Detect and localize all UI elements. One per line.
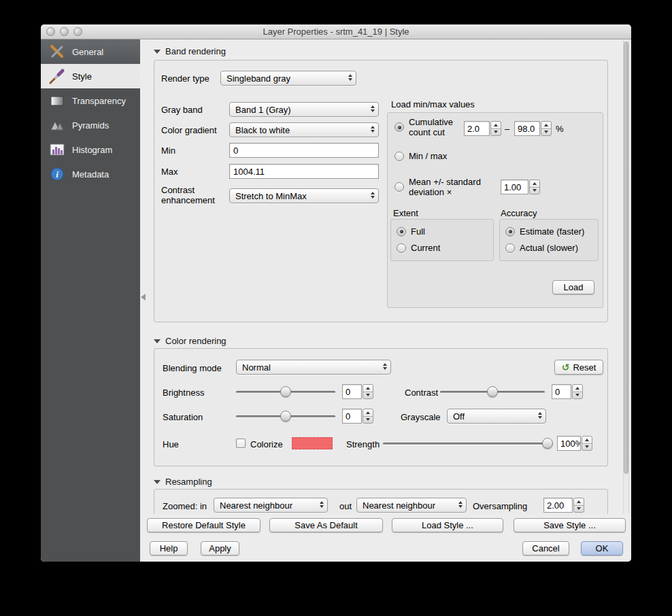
accuracy-estimate-option[interactable]: Estimate (faster) [505,226,584,237]
load-style-button[interactable]: Load Style ... [392,518,503,532]
stepper-buttons[interactable] [490,121,501,136]
min-max-radio[interactable] [394,152,404,161]
saturation-slider[interactable] [236,409,335,424]
zoomed-in-select[interactable]: Nearest neighbour [214,498,328,513]
cumulative-max-spinner[interactable]: 98.0 [514,121,552,136]
strength-value[interactable]: 100% [557,436,581,451]
step-up-icon[interactable] [541,122,551,129]
cumulative-radio[interactable] [394,122,404,132]
accuracy-actual-option[interactable]: Actual (slower) [505,243,578,253]
contrast-value[interactable]: 0 [552,384,571,399]
step-down-icon[interactable] [582,444,592,451]
stddev-multiplier-value[interactable]: 1.00 [501,179,528,194]
sidebar-item-histogram[interactable]: Histogram [41,137,140,162]
stepper-buttons[interactable] [363,384,373,399]
step-down-icon[interactable] [491,129,501,136]
slider-thumb[interactable] [280,386,291,397]
contrast-spinner[interactable]: 0 [552,384,583,399]
cumulative-min-spinner[interactable]: 2.0 [464,121,501,136]
sidebar-item-transparency[interactable]: Transparency [41,88,140,113]
slider-thumb[interactable] [280,411,291,422]
sidebar-item-style[interactable]: Style [41,64,140,88]
cumulative-count-cut-option[interactable]: Cumulative count cut [394,117,463,137]
color-rendering-header[interactable]: Color rendering [154,336,226,346]
titlebar[interactable]: Layer Properties - srtm_41_19 | Style [41,24,631,39]
stepper-buttons[interactable] [529,179,540,194]
extent-current-radio[interactable] [397,243,406,253]
restore-default-style-button[interactable]: Restore Default Style [147,518,261,532]
brightness-spinner[interactable]: 0 [342,384,373,399]
saturation-spinner[interactable]: 0 [342,409,373,424]
sidebar-item-metadata[interactable]: i Metadata [41,162,140,186]
stepper-buttons[interactable] [582,436,592,451]
cumulative-max-value[interactable]: 98.0 [514,121,540,136]
contrast-slider[interactable] [440,384,545,399]
colorize-color-swatch[interactable] [292,437,333,449]
color-gradient-select[interactable]: Black to white [229,122,379,137]
slider-thumb[interactable] [542,438,553,449]
step-down-icon[interactable] [363,417,373,424]
step-down-icon[interactable] [573,392,582,399]
zoomed-out-select[interactable]: Nearest neighbour [356,498,467,513]
step-up-icon[interactable] [491,122,501,129]
step-up-icon[interactable] [363,385,373,392]
sidebar-collapse-handle[interactable] [141,294,146,301]
stddev-multiplier-spinner[interactable]: 1.00 [501,179,540,194]
resampling-header[interactable]: Resampling [154,477,212,487]
step-down-icon[interactable] [541,129,551,136]
stepper-buttons[interactable] [573,498,584,513]
step-up-icon[interactable] [574,498,584,506]
scrollbar-track[interactable] [623,40,629,513]
max-input[interactable]: 1004.11 [229,164,379,179]
step-down-icon[interactable] [574,506,584,513]
strength-slider[interactable] [383,436,553,451]
brightness-slider[interactable] [236,384,335,399]
sidebar-item-general[interactable]: General [41,39,140,64]
step-up-icon[interactable] [573,385,582,392]
save-style-button[interactable]: Save Style ... [514,518,626,532]
accuracy-actual-radio[interactable] [505,243,515,253]
scrollbar-thumb[interactable] [624,41,628,474]
cumulative-min-value[interactable]: 2.0 [464,121,490,136]
load-button[interactable]: Load [552,280,594,294]
contrast-enhancement-select[interactable]: Stretch to MinMax [229,188,379,203]
cancel-button[interactable]: Cancel [522,541,569,555]
slider-thumb[interactable] [487,386,498,397]
colorize-checkbox[interactable] [236,439,246,448]
mean-stddev-option[interactable]: Mean +/- standard deviation × [394,177,500,197]
extent-full-radio[interactable] [397,227,406,237]
oversampling-value[interactable]: 2.00 [543,498,573,513]
step-down-icon[interactable] [363,392,373,399]
accuracy-estimate-radio[interactable] [505,227,515,237]
step-up-icon[interactable] [530,180,539,188]
min-input[interactable]: 0 [229,143,379,158]
min-max-option[interactable]: Min / max [394,151,447,161]
min-max-label: Min / max [409,151,447,161]
stepper-buttons[interactable] [572,384,583,399]
stepper-buttons[interactable] [541,121,552,136]
apply-button[interactable]: Apply [201,541,239,555]
grayscale-select[interactable]: Off [447,409,546,424]
sidebar-item-pyramids[interactable]: Pyramids [41,113,140,137]
gray-band-select[interactable]: Band 1 (Gray) [229,102,379,117]
colorize-label[interactable]: Colorize [250,439,283,449]
blending-mode-select[interactable]: Normal [236,360,391,375]
help-button[interactable]: Help [150,541,188,555]
stepper-buttons[interactable] [363,409,373,424]
reset-button[interactable]: ↺ Reset [554,360,603,375]
band-rendering-header[interactable]: Band rendering [154,46,226,56]
extent-current-option[interactable]: Current [397,243,440,253]
range-dash: – [505,124,509,134]
step-up-icon[interactable] [582,437,592,444]
save-as-default-button[interactable]: Save As Default [269,518,383,532]
render-type-select[interactable]: Singleband gray [220,71,356,86]
step-down-icon[interactable] [530,188,539,194]
step-up-icon[interactable] [363,409,373,417]
extent-full-option[interactable]: Full [397,226,425,237]
mean-stddev-radio[interactable] [394,182,404,192]
saturation-value[interactable]: 0 [342,409,362,424]
brightness-value[interactable]: 0 [342,384,362,399]
oversampling-spinner[interactable]: 2.00 [543,498,584,513]
strength-spinner[interactable]: 100% [557,436,592,451]
ok-button[interactable]: OK [581,541,623,555]
